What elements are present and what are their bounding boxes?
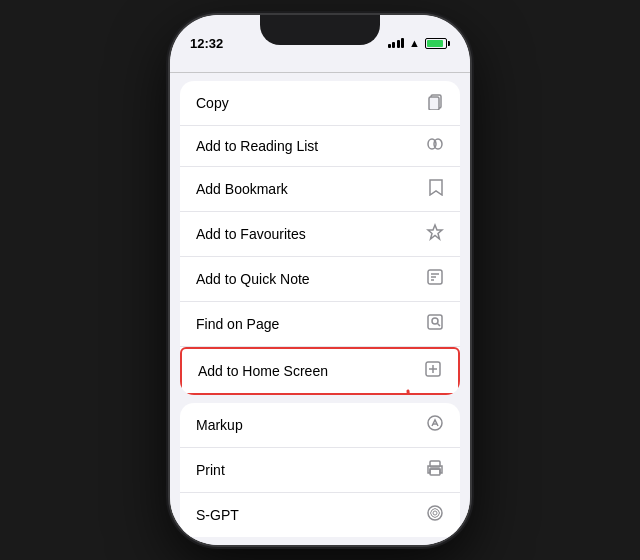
messages-icon-item[interactable]: Messages xyxy=(250,59,300,60)
svg-point-14 xyxy=(432,318,438,324)
sgpt-label: S-GPT xyxy=(196,507,239,523)
signal-icon xyxy=(388,38,405,48)
add-home-screen-label: Add to Home Screen xyxy=(198,363,328,379)
find-on-page-label: Find on Page xyxy=(196,316,279,332)
quick-note-icon xyxy=(426,268,444,290)
svg-rect-13 xyxy=(428,315,442,329)
mail-label: Mail xyxy=(330,59,348,60)
phone-device: 12:32 ▲ xyxy=(170,15,470,545)
favourites-label: Add to Favourites xyxy=(196,226,306,242)
menu-section-1: Copy Add to Reading List xyxy=(180,81,460,395)
messages-label: Messages xyxy=(252,59,298,60)
share-sheet: We Are Hiring Apply Now Tech That Matter… xyxy=(170,59,470,545)
copy-label: Copy xyxy=(196,95,229,111)
svg-point-16 xyxy=(428,416,442,430)
add-home-screen-menu-item[interactable]: Add to Home Screen xyxy=(180,347,460,395)
whatsapp-label: WhatsApp xyxy=(380,59,426,60)
app-icons-row: AirDrop Messages xyxy=(170,59,470,73)
print-label: Print xyxy=(196,462,225,478)
more-label: Im... xyxy=(457,59,470,60)
sgpt-menu-item[interactable]: S-GPT xyxy=(180,493,460,537)
mail-icon-item[interactable]: Mail xyxy=(314,59,364,60)
phone-screen: 12:32 ▲ xyxy=(170,15,470,545)
bookmark-icon xyxy=(428,178,444,200)
more-icon-item[interactable]: Im... xyxy=(442,59,470,60)
screen-content: We Are Hiring Apply Now Tech That Matter… xyxy=(170,59,470,545)
markup-icon xyxy=(426,414,444,436)
svg-rect-9 xyxy=(429,97,439,110)
battery-icon xyxy=(425,38,450,49)
reading-list-menu-item[interactable]: Add to Reading List xyxy=(180,126,460,167)
bookmark-menu-item[interactable]: Add Bookmark xyxy=(180,167,460,212)
svg-point-20 xyxy=(433,511,437,515)
add-home-screen-icon xyxy=(424,360,442,382)
find-on-page-icon xyxy=(426,313,444,335)
wifi-icon: ▲ xyxy=(409,37,420,49)
markup-label: Markup xyxy=(196,417,243,433)
favourites-menu-item[interactable]: Add to Favourites xyxy=(180,212,460,257)
reading-list-label: Add to Reading List xyxy=(196,138,318,154)
svg-point-11 xyxy=(434,139,442,149)
quick-note-menu-item[interactable]: Add to Quick Note xyxy=(180,257,460,302)
whatsapp-icon-item[interactable]: WhatsApp xyxy=(378,59,428,60)
favourites-icon xyxy=(426,223,444,245)
status-icons: ▲ xyxy=(388,37,450,49)
airdrop-label: AirDrop xyxy=(194,59,228,60)
notch xyxy=(260,15,380,45)
copy-icon xyxy=(426,92,444,114)
quick-note-label: Add to Quick Note xyxy=(196,271,310,287)
markup-menu-item[interactable]: Markup xyxy=(180,403,460,448)
print-icon xyxy=(426,459,444,481)
svg-rect-18 xyxy=(430,469,440,475)
reading-list-icon xyxy=(426,137,444,155)
copy-menu-item[interactable]: Copy xyxy=(180,81,460,126)
menu-section-2: Markup Print xyxy=(180,403,460,537)
bookmark-label: Add Bookmark xyxy=(196,181,288,197)
airdrop-icon-item[interactable]: AirDrop xyxy=(186,59,236,60)
print-menu-item[interactable]: Print xyxy=(180,448,460,493)
status-time: 12:32 xyxy=(190,36,223,51)
sgpt-icon xyxy=(426,504,444,526)
find-on-page-menu-item[interactable]: Find on Page xyxy=(180,302,460,347)
